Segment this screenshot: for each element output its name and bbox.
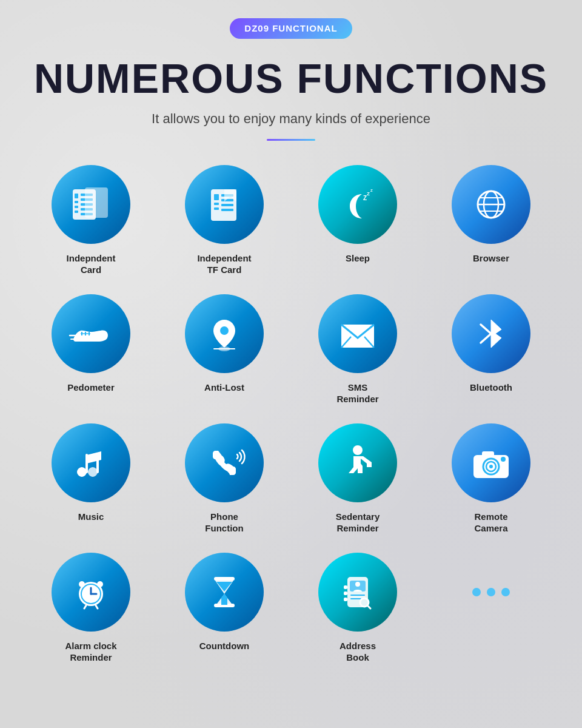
dot-1 xyxy=(472,588,481,596)
alarm-icon xyxy=(52,553,130,632)
svg-rect-16 xyxy=(221,199,233,201)
features-grid: IndepndentCard IndependentTF Card xyxy=(30,165,552,664)
music-label: Music xyxy=(78,511,104,523)
alarm-label: Alarm clockReminder xyxy=(65,640,116,664)
bluetooth-label: Bluetooth xyxy=(470,382,512,394)
pedometer-label: Pedometer xyxy=(67,382,115,394)
anti-lost-icon xyxy=(185,294,264,373)
svg-point-34 xyxy=(220,326,229,335)
svg-point-55 xyxy=(79,581,85,587)
pedometer-icon xyxy=(52,294,130,373)
dot-3 xyxy=(501,588,510,596)
svg-rect-13 xyxy=(214,203,219,205)
feature-independent-card: IndepndentCard xyxy=(30,165,152,276)
independent-card-label: IndepndentCard xyxy=(67,252,116,276)
camera-icon xyxy=(452,423,530,502)
svg-rect-1 xyxy=(75,194,78,198)
feature-phone: PhoneFunction xyxy=(164,423,285,534)
bluetooth-icon xyxy=(452,294,530,373)
svg-point-63 xyxy=(355,582,360,587)
feature-address-book: AddressBook xyxy=(297,553,418,664)
svg-point-48 xyxy=(489,465,493,468)
main-title: NUMEROUS FUNCTIONS xyxy=(34,56,548,101)
svg-rect-49 xyxy=(482,451,494,457)
sleep-label: Sleep xyxy=(346,252,370,265)
svg-rect-12 xyxy=(214,194,219,200)
svg-text:Z: Z xyxy=(367,191,370,197)
countdown-icon xyxy=(185,553,264,632)
svg-line-67 xyxy=(367,605,370,608)
svg-rect-14 xyxy=(214,207,219,210)
feature-anti-lost: Anti-Lost xyxy=(164,294,285,405)
svg-rect-69 xyxy=(344,592,347,595)
independent-card-icon xyxy=(52,165,130,244)
svg-rect-2 xyxy=(75,201,78,203)
dot-2 xyxy=(487,588,495,596)
feature-camera: RemoteCamera xyxy=(430,423,552,534)
divider xyxy=(267,139,315,141)
sms-icon xyxy=(318,294,397,373)
svg-line-58 xyxy=(96,605,98,608)
feature-alarm: Alarm clockReminder xyxy=(30,553,152,664)
music-icon xyxy=(52,423,130,502)
badge: DZ09 FUNCTIONAL xyxy=(230,18,352,39)
svg-point-56 xyxy=(97,581,103,587)
camera-label: RemoteCamera xyxy=(474,511,507,534)
feature-tf-card: IndependentTF Card xyxy=(164,165,285,276)
svg-line-40 xyxy=(481,325,491,334)
feature-sleep: Z Z Z Sleep xyxy=(297,165,418,276)
address-book-icon xyxy=(318,553,397,632)
svg-rect-18 xyxy=(221,209,233,211)
badge-text: DZ09 FUNCTIONAL xyxy=(244,23,337,33)
feature-bluetooth: Bluetooth xyxy=(430,294,552,405)
svg-text:Z: Z xyxy=(370,189,373,192)
sms-label: SMSReminder xyxy=(336,382,378,405)
svg-line-41 xyxy=(481,334,491,343)
sleep-icon: Z Z Z xyxy=(318,165,397,244)
tf-card-icon xyxy=(185,165,264,244)
sedentary-label: SedentaryReminder xyxy=(336,511,380,534)
more-dots xyxy=(452,553,530,632)
phone-label: PhoneFunction xyxy=(205,511,243,534)
sedentary-icon xyxy=(318,423,397,502)
feature-browser: Browser xyxy=(430,165,552,276)
countdown-label: Countdown xyxy=(199,640,249,652)
svg-rect-68 xyxy=(344,585,347,589)
feature-sedentary: SedentaryReminder xyxy=(297,423,418,534)
svg-line-57 xyxy=(84,605,86,608)
svg-rect-17 xyxy=(221,204,233,206)
svg-rect-10 xyxy=(85,187,108,218)
feature-pedometer: Pedometer xyxy=(30,294,152,405)
phone-icon xyxy=(185,423,264,502)
svg-rect-3 xyxy=(75,206,78,208)
browser-icon xyxy=(452,165,530,244)
feature-countdown: Countdown xyxy=(164,553,285,664)
feature-music: Music xyxy=(30,423,152,534)
subtitle: It allows you to enjoy many kinds of exp… xyxy=(152,111,430,127)
anti-lost-label: Anti-Lost xyxy=(204,382,244,394)
feature-more xyxy=(430,553,552,664)
svg-rect-4 xyxy=(75,211,78,213)
feature-sms: SMSReminder xyxy=(297,294,418,405)
svg-rect-70 xyxy=(344,598,347,601)
svg-point-50 xyxy=(501,457,506,462)
tf-card-label: IndependentTF Card xyxy=(197,252,251,276)
browser-label: Browser xyxy=(473,252,509,265)
address-book-label: AddressBook xyxy=(340,640,376,664)
svg-point-44 xyxy=(353,445,363,455)
svg-rect-59 xyxy=(214,577,235,581)
